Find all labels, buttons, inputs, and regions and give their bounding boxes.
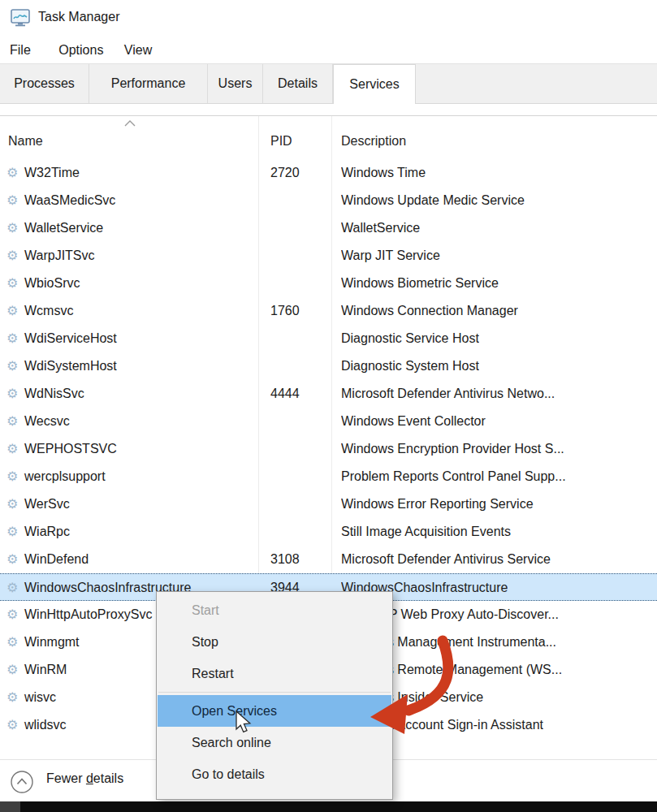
table-row[interactable]: ⚙wercplsupportProblem Reports Control Pa…	[0, 463, 657, 490]
service-gear-icon: ⚙	[6, 325, 18, 352]
menu-item-open-services[interactable]: Open Services	[158, 695, 391, 727]
service-gear-icon: ⚙	[6, 628, 18, 656]
menu-file[interactable]: File	[10, 37, 31, 63]
column-header-pid[interactable]: PID	[270, 134, 292, 149]
service-gear-icon: ⚙	[6, 214, 18, 242]
service-gear-icon: ⚙	[6, 435, 18, 463]
service-description: Windows Biometric Service	[341, 270, 499, 297]
service-description: Windows Encryption Provider Host S...	[341, 435, 564, 463]
service-description: Windows Event Collector	[341, 408, 486, 435]
service-pid: 3108	[270, 546, 300, 573]
service-gear-icon: ⚙	[6, 297, 18, 325]
service-gear-icon: ⚙	[6, 711, 18, 739]
service-gear-icon: ⚙	[6, 601, 18, 628]
service-pid: 2720	[270, 159, 300, 187]
service-name: wercplsupport	[24, 463, 106, 490]
table-row[interactable]: ⚙WbioSrvcWindows Biometric Service	[0, 270, 657, 297]
service-name: WaaSMedicSvc	[24, 187, 115, 214]
menu-options[interactable]: Options	[58, 37, 103, 63]
service-description: Microsoft Defender Antivirus Netwo...	[341, 380, 555, 408]
sort-ascending-icon	[124, 120, 136, 127]
service-name: WinDefend	[24, 546, 89, 573]
column-header-name[interactable]: Name	[8, 134, 43, 149]
service-gear-icon: ⚙	[6, 574, 18, 602]
service-name: WiaRpc	[24, 518, 70, 546]
menu-item-start[interactable]: Start	[158, 594, 391, 626]
service-description: WalletService	[341, 214, 420, 242]
service-gear-icon: ⚙	[6, 490, 18, 518]
table-row[interactable]: ⚙W32Time2720Windows Time	[0, 159, 657, 187]
table-row[interactable]: ⚙Wcmsvc1760Windows Connection Manager	[0, 297, 657, 325]
service-name: wisvc	[24, 684, 56, 711]
menu-item-search-online[interactable]: Search online	[158, 727, 391, 758]
service-name: Wcmsvc	[24, 297, 73, 325]
service-description: Microsoft Defender Antivirus Service	[341, 546, 551, 573]
service-name: WdNisSvc	[24, 380, 84, 408]
taskbar-strip	[0, 801, 657, 812]
table-row[interactable]: ⚙WdiServiceHostDiagnostic Service Host	[0, 325, 657, 352]
table-row[interactable]: ⚙WarpJITSvcWarp JIT Service	[0, 242, 657, 270]
menu-item-restart[interactable]: Restart	[158, 658, 391, 689]
taskbar-strip-segment	[0, 801, 20, 812]
tab-details[interactable]: Details	[263, 64, 333, 103]
tab-performance[interactable]: Performance	[89, 64, 208, 103]
table-header: Name PID Description	[0, 116, 657, 158]
table-row[interactable]: ⚙WiaRpcStill Image Acquisition Events	[0, 518, 657, 546]
service-description: Windows Time	[341, 159, 426, 187]
table-row[interactable]: ⚙WerSvcWindows Error Reporting Service	[0, 490, 657, 518]
service-gear-icon: ⚙	[6, 463, 18, 490]
service-description: Windows Error Reporting Service	[341, 490, 534, 518]
service-description: Windows Update Medic Service	[341, 187, 525, 214]
service-name: WalletService	[24, 214, 103, 242]
service-gear-icon: ⚙	[6, 159, 18, 187]
service-description: Warp JIT Service	[341, 242, 440, 270]
service-name: WerSvc	[24, 490, 70, 518]
service-name: W32Time	[24, 159, 80, 187]
service-gear-icon: ⚙	[6, 187, 18, 214]
service-gear-icon: ⚙	[6, 656, 18, 684]
window-title: Task Manager	[38, 10, 120, 24]
table-row[interactable]: ⚙WecsvcWindows Event Collector	[0, 408, 657, 435]
service-gear-icon: ⚙	[6, 270, 18, 297]
menu-item-go-to-details[interactable]: Go to details	[158, 758, 391, 790]
table-row[interactable]: ⚙WalletServiceWalletService	[0, 214, 657, 242]
service-description: Still Image Acquisition Events	[341, 518, 511, 546]
service-gear-icon: ⚙	[6, 518, 18, 546]
service-gear-icon: ⚙	[6, 242, 18, 270]
title-bar: Task Manager	[0, 0, 657, 37]
column-header-description[interactable]: Description	[341, 134, 406, 149]
chevron-up-circle-icon	[10, 770, 34, 794]
task-manager-icon	[11, 9, 30, 27]
table-row[interactable]: ⚙WdiSystemHostDiagnostic System Host	[0, 352, 657, 380]
service-gear-icon: ⚙	[6, 380, 18, 408]
service-name: WarpJITSvc	[24, 242, 95, 270]
service-gear-icon: ⚙	[6, 684, 18, 711]
service-gear-icon: ⚙	[6, 352, 18, 380]
table-row[interactable]: ⚙WinDefend3108Microsoft Defender Antivir…	[0, 546, 657, 573]
tab-users[interactable]: Users	[208, 64, 263, 103]
service-name: WinHttpAutoProxySvc	[24, 601, 152, 628]
table-row[interactable]: ⚙WEPHOSTSVCWindows Encryption Provider H…	[0, 435, 657, 463]
service-name: WinRM	[24, 656, 67, 684]
fewer-details-label: Fewer details	[46, 771, 123, 786]
tab-strip: Processes Performance Users Details Serv…	[0, 64, 657, 104]
service-name: wlidsvc	[24, 711, 67, 739]
context-menu: StartStopRestartOpen ServicesSearch onli…	[156, 591, 393, 800]
service-pid: 4444	[270, 380, 300, 408]
table-row[interactable]: ⚙WdNisSvc4444Microsoft Defender Antiviru…	[0, 380, 657, 408]
service-description: Windows Connection Manager	[341, 297, 518, 325]
tab-services[interactable]: Services	[333, 64, 416, 104]
service-pid: 1760	[270, 297, 300, 325]
service-name: WbioSrvc	[24, 270, 80, 297]
menu-separator	[158, 692, 391, 693]
service-name: WdiSystemHost	[24, 352, 117, 380]
tab-processes[interactable]: Processes	[0, 64, 89, 103]
service-description: Diagnostic Service Host	[341, 325, 479, 352]
service-gear-icon: ⚙	[6, 408, 18, 435]
task-manager-window: Task Manager File Options View Processes…	[0, 0, 657, 812]
service-name: Winmgmt	[24, 628, 80, 656]
menu-view[interactable]: View	[124, 37, 152, 63]
service-gear-icon: ⚙	[6, 546, 18, 573]
table-row[interactable]: ⚙WaaSMedicSvcWindows Update Medic Servic…	[0, 187, 657, 214]
menu-item-stop[interactable]: Stop	[158, 626, 391, 658]
